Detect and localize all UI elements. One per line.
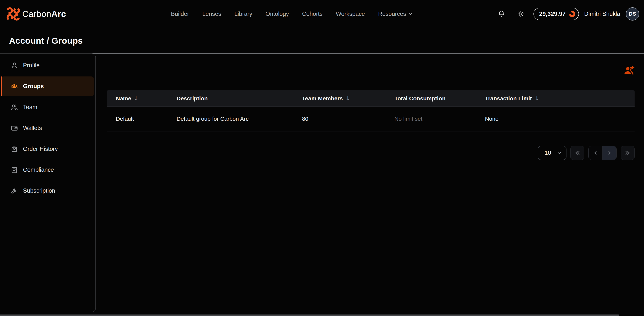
sidebar-item-subscription[interactable]: Subscription: [1, 181, 94, 201]
table-row[interactable]: Default Default group for Carbon Arc 80 …: [107, 107, 634, 132]
credits-coin-icon: [569, 10, 576, 17]
page-size-value: 10: [544, 150, 551, 156]
brand-logo[interactable]: CarbonArc: [6, 7, 66, 21]
wrench-icon: [10, 187, 18, 194]
person-add-icon: [623, 65, 634, 77]
chevron-down-icon: [557, 150, 562, 156]
cell-team-members: 80: [302, 116, 394, 122]
user-icon: [10, 62, 18, 69]
sidebar-item-label: Compliance: [23, 166, 54, 173]
horizontal-scrollbar[interactable]: [0, 315, 619, 316]
cell-transaction-limit: None: [485, 116, 634, 122]
avatar[interactable]: DS: [626, 7, 639, 20]
column-header-name[interactable]: Name ↓: [116, 95, 176, 102]
cell-description: Default group for Carbon Arc: [176, 116, 302, 122]
bell-icon: [497, 10, 506, 18]
table-header-row: Name ↓ Description Team Members ↓ Total …: [107, 90, 634, 107]
users-group-icon: [10, 82, 18, 90]
sort-desc-icon[interactable]: ↓: [534, 95, 539, 102]
last-page-button[interactable]: [620, 146, 634, 160]
carbonarc-logo-mark-icon: [6, 7, 20, 21]
nav-item-builder[interactable]: Builder: [171, 10, 189, 17]
nav-item-ontology[interactable]: Ontology: [266, 10, 289, 17]
sidebar-item-label: Groups: [23, 83, 44, 90]
chevrons-right-icon: [624, 150, 631, 156]
sidebar-item-compliance[interactable]: Compliance: [1, 160, 94, 180]
credits-amount: 29,329.97: [539, 10, 566, 17]
notifications-button[interactable]: [497, 10, 506, 18]
sidebar-item-profile[interactable]: Profile: [1, 56, 94, 75]
add-group-button[interactable]: [623, 65, 634, 77]
column-header-transaction-limit[interactable]: Transaction Limit ↓: [485, 95, 634, 102]
sidebar-item-label: Team: [23, 104, 37, 111]
topbar-right-cluster: 29,329.97 Dimitri Shukla DS: [497, 7, 639, 20]
chevrons-left-icon: [574, 150, 581, 156]
sidebar-item-team[interactable]: Team: [1, 97, 94, 117]
column-header-description: Description: [176, 95, 302, 102]
sidebar-item-label: Order History: [23, 146, 58, 152]
pagination: 10: [538, 146, 634, 160]
first-page-button[interactable]: [570, 146, 584, 160]
sort-desc-icon[interactable]: ↓: [346, 95, 350, 102]
theme-toggle-button[interactable]: [517, 10, 525, 18]
account-sidebar: Profile Groups Team: [0, 53, 96, 312]
page-title: Account / Groups: [9, 36, 83, 46]
cell-name: Default: [116, 116, 176, 122]
sort-desc-icon[interactable]: ↓: [134, 95, 138, 102]
page-nav-group: [588, 146, 617, 160]
header-divider: [0, 53, 644, 54]
main-nav: Builder Lenses Library Ontology Cohorts …: [171, 10, 413, 17]
nav-item-cohorts[interactable]: Cohorts: [302, 10, 322, 17]
sidebar-item-groups[interactable]: Groups: [1, 76, 94, 96]
groups-table: Name ↓ Description Team Members ↓ Total …: [107, 90, 634, 132]
chevron-right-icon: [606, 150, 613, 156]
team-icon: [10, 103, 18, 111]
sidebar-item-label: Subscription: [23, 187, 55, 194]
sidebar-item-label: Profile: [23, 62, 40, 69]
column-header-team-members[interactable]: Team Members ↓: [302, 95, 394, 102]
nav-item-library[interactable]: Library: [234, 10, 252, 17]
sidebar-item-label: Wallets: [23, 125, 42, 132]
chevron-down-icon: [408, 11, 413, 16]
chevron-left-icon: [592, 150, 599, 156]
brand-name: CarbonArc: [22, 9, 66, 19]
wallet-icon: [10, 124, 18, 132]
column-header-total-consumption: Total Consumption: [394, 95, 485, 102]
sidebar-item-wallets[interactable]: Wallets: [1, 118, 94, 138]
page-header: Account / Groups: [0, 28, 644, 53]
nav-item-resources[interactable]: Resources: [378, 10, 413, 17]
clipboard-check-icon: [10, 166, 18, 174]
user-name: Dimitri Shukla: [584, 10, 620, 17]
previous-page-button[interactable]: [589, 146, 602, 160]
cell-total-consumption: No limit set: [394, 116, 485, 122]
page-size-select[interactable]: 10: [538, 146, 566, 160]
nav-item-lenses[interactable]: Lenses: [202, 10, 221, 17]
sidebar-item-order-history[interactable]: Order History: [1, 139, 94, 159]
sun-icon: [517, 10, 525, 18]
next-page-button[interactable]: [602, 146, 616, 160]
top-bar: CarbonArc Builder Lenses Library Ontolog…: [0, 0, 644, 28]
shopping-bag-icon: [10, 145, 18, 153]
nav-item-workspace[interactable]: Workspace: [336, 10, 365, 17]
credits-balance-pill[interactable]: 29,329.97: [534, 8, 579, 20]
